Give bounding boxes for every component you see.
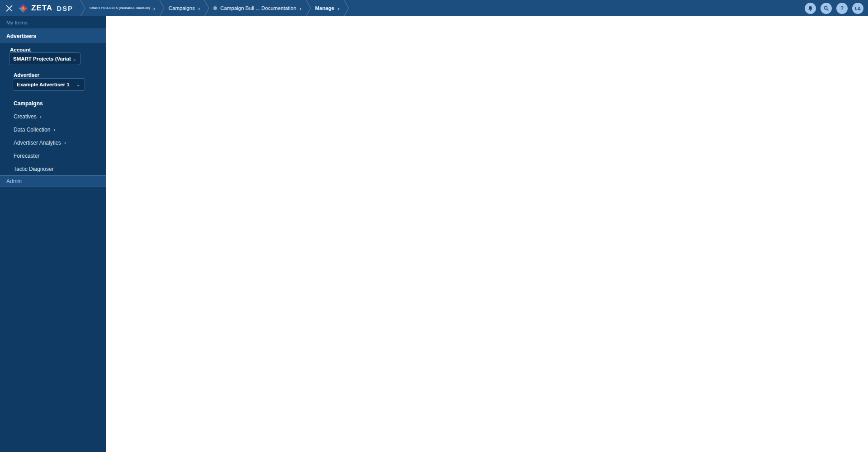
sidebar-item-label: Data Collection (14, 127, 50, 133)
breadcrumb-account-name: SMART PROJECTS (VARIABLE MARGIN) (90, 6, 150, 9)
breadcrumb-separator (305, 0, 311, 16)
app-window: ZETA DSP SMART PROJECTS (VARIABLE MARGIN… (0, 0, 868, 452)
zeta-dsp-logo[interactable]: ZETA DSP (18, 3, 73, 13)
campaign-status-dot (213, 6, 217, 10)
sidebar-item-data-collection[interactable]: Data Collection › (0, 123, 106, 136)
advertiser-select-value: Example Advertiser 1 (17, 82, 75, 87)
breadcrumb-advertiser[interactable]: SMART PROJECTS (VARIABLE MARGIN) Example… (86, 5, 159, 12)
chevron-right-icon: › (338, 5, 340, 12)
topbar-actions: ? L& (805, 3, 868, 14)
sidebar-item-label: Tactic Diagnoser (14, 166, 54, 172)
account-label: Account (10, 47, 31, 52)
sidebar-item-advertisers[interactable]: Advertisers (0, 29, 106, 43)
sidebar: My Items Advertisers Account SMART Proje… (0, 16, 106, 452)
help-glyph: ? (840, 5, 844, 11)
advertiser-label: Advertiser (14, 72, 39, 78)
avatar-initials: L& (855, 6, 861, 11)
close-icon[interactable] (0, 0, 18, 16)
sidebar-item-label: Advertiser Analytics (14, 140, 61, 146)
breadcrumb-campaigns[interactable]: Campaigns › (165, 5, 204, 12)
breadcrumb-separator (343, 0, 349, 16)
sidebar-item-campaigns[interactable]: Campaigns (0, 97, 106, 110)
sidebar-nav: Campaigns Creatives › Data Collection › … (0, 97, 106, 175)
sidebar-item-forecaster[interactable]: Forecaster (0, 149, 106, 162)
chevron-down-icon: ⌄ (73, 56, 76, 61)
sidebar-item-label: Creatives (14, 113, 37, 120)
chevron-right-icon: › (53, 127, 55, 133)
chevron-right-icon: › (299, 5, 301, 12)
chevron-right-icon: › (64, 140, 66, 146)
breadcrumb-campaign[interactable]: Campaign Buil ... Documentation › (210, 5, 305, 12)
breadcrumb-manage-label: Manage (315, 5, 335, 11)
account-select[interactable]: SMART Projects (Variable M... ⌄ (9, 52, 80, 65)
breadcrumb-manage[interactable]: Manage › (311, 5, 343, 12)
breadcrumb-advertiser-name: Example Advertiser 1 (106, 16, 868, 452)
advertiser-select[interactable]: Example Advertiser 1 ⌄ (13, 78, 85, 91)
avatar[interactable]: L& (852, 3, 863, 14)
breadcrumb-separator (203, 0, 210, 16)
account-select-value: SMART Projects (Variable M... (13, 56, 71, 61)
sidebar-item-admin[interactable]: Admin (0, 175, 106, 187)
zeta-diamond-logo (18, 3, 28, 13)
sidebar-item-label: Forecaster (14, 153, 39, 159)
breadcrumb-separator (80, 0, 86, 16)
logo-zeta-text: ZETA (31, 4, 52, 13)
sidebar-item-label: Campaigns (14, 100, 43, 107)
breadcrumb-campaigns-label: Campaigns (169, 5, 195, 11)
sidebar-item-my-items[interactable]: My Items (0, 16, 106, 29)
logo-dsp-text: DSP (57, 5, 73, 12)
help-icon[interactable]: ? (836, 3, 848, 14)
breadcrumb-separator (159, 0, 165, 16)
chevron-down-icon: ⌄ (76, 82, 80, 87)
chevron-right-icon: › (40, 113, 42, 120)
search-icon[interactable] (821, 3, 832, 14)
top-bar: ZETA DSP SMART PROJECTS (VARIABLE MARGIN… (0, 0, 868, 16)
sidebar-item-tactic-diagnoser[interactable]: Tactic Diagnoser (0, 162, 106, 175)
chevron-right-icon: › (153, 5, 155, 12)
notifications-icon[interactable] (805, 3, 816, 14)
chevron-right-icon: › (198, 5, 200, 12)
sidebar-item-creatives[interactable]: Creatives › (0, 110, 106, 123)
sidebar-item-advertiser-analytics[interactable]: Advertiser Analytics › (0, 136, 106, 149)
breadcrumb-campaign-label: Campaign Buil ... Documentation (220, 5, 296, 11)
